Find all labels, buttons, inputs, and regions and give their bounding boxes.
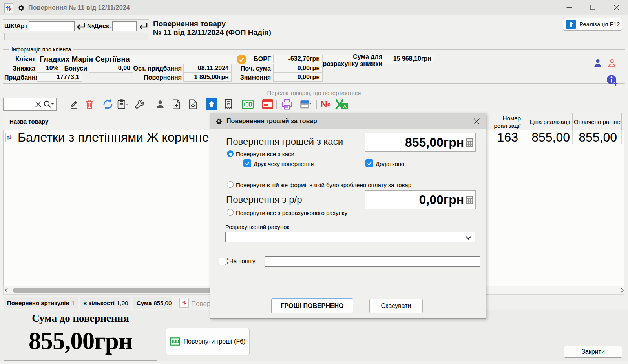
svg-text:A: A [343, 104, 347, 109]
